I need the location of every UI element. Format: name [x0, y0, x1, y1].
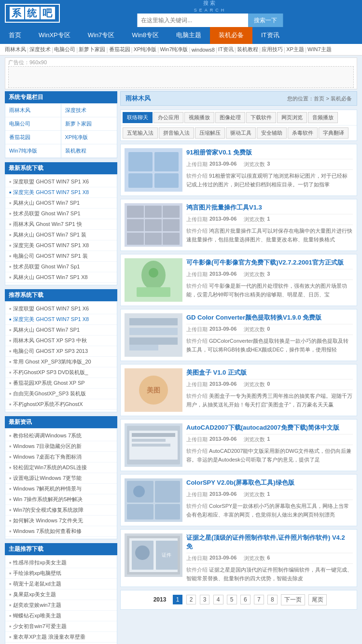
- list-item[interactable]: 雨林木风 Ghost Win7 SP1 快: [5, 219, 117, 230]
- list-item[interactable]: 自由完美GhostXP_SP3 装机版: [5, 389, 117, 399]
- article-title[interactable]: GD Color Converter颜色提取转换V1.9.0 免费版: [186, 313, 353, 322]
- cat-tupian[interactable]: 图像处理: [215, 112, 245, 123]
- list-item[interactable]: 凤林火山 GHOST Win7 SP1 装: [5, 230, 117, 240]
- article-title[interactable]: 证据之星(顶级的证件照制作软件,证件照片制作软件) V4.2 免: [186, 533, 353, 551]
- list-item[interactable]: 技术员联盟 Ghost Win7 Sp1: [5, 262, 117, 272]
- nav-win8[interactable]: Win8专区: [123, 27, 167, 44]
- nav-winxp[interactable]: WinXP专区: [30, 27, 79, 44]
- sub-nav-win7chunjing[interactable]: Win7纯净版: [160, 46, 188, 53]
- cat-xiazai[interactable]: 下载软件: [246, 112, 276, 123]
- list-item[interactable]: 蝴蝶钻石xp唯美主题: [5, 611, 117, 621]
- list-item[interactable]: 萌宠十足老鼠xd主题: [5, 579, 117, 589]
- list-item[interactable]: 如何解决 Windows 7文件夹无: [5, 516, 117, 526]
- list-item[interactable]: 技术员联盟 Ghost Win7 SP1: [5, 209, 117, 219]
- article-title[interactable]: 鸿言图片批量操作工具V1.3: [186, 203, 353, 212]
- sub-nav-xlbjy[interactable]: 新萝卜家园: [79, 46, 105, 53]
- list-item[interactable]: 不朽ghostXP系统不朽GhostX: [5, 399, 117, 410]
- list-item[interactable]: 轻松固定Win7系统的ADSL连接: [5, 462, 117, 473]
- cat-anquan[interactable]: 安全辅助: [257, 127, 287, 139]
- sidebar-topic-xpcj[interactable]: XP纯净版: [61, 131, 117, 144]
- search-button[interactable]: 搜索一下: [248, 14, 283, 27]
- pagination-next[interactable]: 下一页: [281, 594, 305, 605]
- cat-wubi[interactable]: 五笔输入法: [123, 127, 158, 139]
- article-title[interactable]: ColorSPY V2.0b(屏幕取色工具)绿色版: [186, 478, 353, 487]
- list-item[interactable]: 不朽GhostXP SP3 DVD装机版_: [5, 367, 117, 378]
- sub-nav-ylmf[interactable]: 雨林木风: [5, 46, 26, 53]
- list-item[interactable]: 手绘涂鸦xp电脑壁纸: [5, 568, 117, 579]
- list-item[interactable]: Windows 7桌面右下角图标消: [5, 452, 117, 462]
- pagination-page-2[interactable]: 2: [186, 595, 196, 604]
- list-item[interactable]: 凤林火山 GHOST Win7 SP1: [5, 325, 117, 336]
- sub-nav-win8[interactable]: windows8: [192, 47, 215, 53]
- sidebar-topic-xlbjy[interactable]: 新萝卜家园: [61, 117, 117, 131]
- list-item[interactable]: 深度完美 GHOST WIN7 SP1 X8: [5, 314, 117, 325]
- sub-nav-fqhy[interactable]: 番茄花园: [109, 46, 130, 53]
- list-item[interactable]: Windows 7系统如何查看和修: [5, 526, 117, 537]
- sub-nav-sdjshu[interactable]: 深度技术: [29, 46, 51, 53]
- pagination-page-3[interactable]: 3: [200, 595, 210, 604]
- sidebar-topic-sdjs[interactable]: 深度技术: [61, 104, 117, 117]
- sub-nav-dngsi[interactable]: 电脑公司: [54, 46, 75, 53]
- list-item[interactable]: Windows 7解死机的种情景与: [5, 484, 117, 494]
- pagination-page-5[interactable]: 5: [227, 595, 237, 604]
- sub-nav-xptheme[interactable]: XP主题: [286, 46, 304, 53]
- sidebar-topic-win7cj[interactable]: Win7纯净版: [5, 144, 61, 158]
- pagination-page-7[interactable]: 7: [254, 595, 264, 604]
- list-item[interactable]: 教你轻松调调Windows 7系统: [5, 431, 117, 441]
- nav-win7[interactable]: Win7专区: [79, 27, 124, 44]
- list-item[interactable]: 少女初音win7可爱主题: [5, 621, 117, 632]
- list-item[interactable]: 电脑公司 GHOST XP SP3 2013: [5, 346, 117, 357]
- list-item[interactable]: 深度完美 GHOST WIN7 SP1 X8: [5, 187, 117, 198]
- pagination-page-8[interactable]: 8: [267, 595, 278, 604]
- list-item[interactable]: Win7的安全模式修复系统故障: [5, 505, 117, 516]
- list-item[interactable]: 常用 Ghost XP_SP3第纯净版_20: [5, 357, 117, 367]
- article-title[interactable]: 美图盒子 V1.0 正式版: [186, 368, 353, 377]
- search-input[interactable]: [137, 14, 248, 27]
- sub-nav-win7theme[interactable]: WIN7主题: [307, 46, 332, 53]
- article-title[interactable]: AutoCAD2007下载(autocad2007免费下载)简体中文版: [186, 423, 353, 432]
- cat-yinpin[interactable]: 音频播放: [308, 112, 338, 123]
- pagination-last[interactable]: 尾页: [308, 594, 327, 605]
- logo[interactable]: 系统吧: [5, 4, 60, 23]
- pagination-page-6[interactable]: 6: [240, 595, 251, 604]
- list-item[interactable]: 设置电源让Windows 7更节能: [5, 473, 117, 484]
- cat-shipin[interactable]: 视频播放: [184, 112, 214, 123]
- list-item[interactable]: 番茄花园XP系统 Ghost XP SP: [5, 378, 117, 389]
- cat-wangye[interactable]: 网页浏览: [277, 112, 307, 123]
- cat-pinyin[interactable]: 拼音输入法: [159, 127, 194, 139]
- sub-nav-install[interactable]: 装机教程: [237, 46, 258, 53]
- nav-pctheme[interactable]: 电脑主题: [167, 27, 210, 44]
- nav-itnews[interactable]: IT资讯: [252, 27, 288, 44]
- article-title[interactable]: 91相册管家V0.1 免费版: [186, 148, 353, 157]
- list-item[interactable]: 性感吊排扣xp美女主题: [5, 558, 117, 568]
- list-item[interactable]: 凤林火山 GHOST Win7 SP1: [5, 198, 117, 209]
- sidebar-topic-fqhy[interactable]: 番茄花园: [5, 131, 61, 144]
- nav-zhuangjibibei[interactable]: 装机必备: [210, 27, 252, 44]
- list-item[interactable]: 深度完美 GHOST WIN7 SP1 X8: [5, 240, 117, 251]
- sidebar-topic-dngsi[interactable]: 电脑公司: [5, 117, 61, 131]
- list-item[interactable]: 雨林木风 GHOST XP SP3 中秋: [5, 336, 117, 346]
- cat-qudong[interactable]: 驱动工具: [226, 127, 256, 139]
- sub-nav-xpchunjing[interactable]: XP纯净版: [134, 46, 157, 53]
- cat-shadu[interactable]: 杀毒软件: [288, 127, 318, 139]
- list-item[interactable]: 臭果菇xp美女主题: [5, 589, 117, 600]
- list-item[interactable]: 童衣草XP主题 浪漫童衣草壁垂: [5, 632, 117, 643]
- list-item[interactable]: 凤林火山 GHOST Win7 SP1 X8: [5, 272, 117, 283]
- list-item[interactable]: Windows 7目录隐藏分区的新: [5, 441, 117, 452]
- sidebar-topic-ylmf[interactable]: 雨林木风: [5, 104, 61, 117]
- list-item[interactable]: Win 7操作系统解死的5种解决: [5, 494, 117, 505]
- pagination-page-1[interactable]: 1: [173, 595, 183, 604]
- cat-lianluo[interactable]: 联络聊天: [123, 112, 153, 123]
- cat-yasuo[interactable]: 压缩解压: [195, 127, 225, 139]
- article-title[interactable]: 可牛影像(可牛影像官方免费下载)V2.7.2.2001官方正式版: [186, 258, 353, 267]
- list-item[interactable]: 电脑公司 GHOST WIN7 SP1 装: [5, 251, 117, 262]
- list-item[interactable]: 深度联盟 GHOST WIN7 SP1 X6: [5, 177, 117, 187]
- pagination-page-4[interactable]: 4: [213, 595, 223, 604]
- sub-nav-itnews[interactable]: IT资讯: [218, 46, 234, 53]
- sub-nav-app[interactable]: 应用技巧: [262, 46, 283, 53]
- cat-bangong[interactable]: 办公应用: [153, 112, 183, 123]
- list-item[interactable]: 深度联盟 GHOST WIN7 SP1 X6: [5, 304, 117, 314]
- list-item[interactable]: 赵奕欢堂娭win7主题: [5, 600, 117, 611]
- nav-home[interactable]: 首页: [0, 27, 30, 44]
- sidebar-topic-install[interactable]: 装机教程: [61, 144, 117, 158]
